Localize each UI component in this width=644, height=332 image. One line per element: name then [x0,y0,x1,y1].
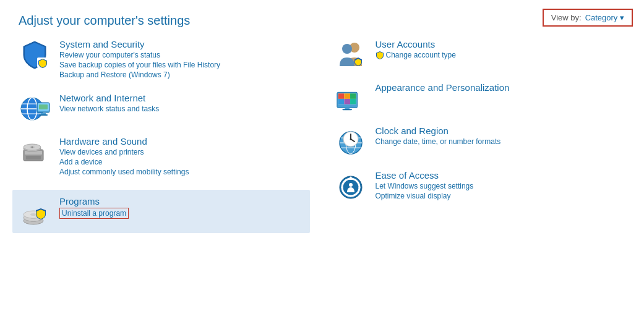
view-by-control[interactable]: View by: Category ▾ [543,9,633,27]
svg-rect-37 [342,109,351,110]
system-security-link-1[interactable]: Review your computer's status [59,51,220,59]
category-user-accounts: User Accounts Change account type [335,39,626,69]
network-text: Network and Internet View network status… [59,93,159,113]
view-by-label: View by: [551,13,582,22]
hardware-icon-area [19,136,51,167]
svg-point-25 [30,213,36,216]
svg-point-27 [342,44,352,54]
category-programs: Programs Uninstall a program [12,190,310,233]
network-icon-area [19,93,51,122]
category-system-security: System and Security Review your computer… [19,39,310,79]
svg-rect-32 [350,93,356,99]
category-hardware: Hardware and Sound View devices and prin… [19,136,310,176]
ease-text: Ease of Access Let Windows suggest setti… [376,170,474,200]
svg-rect-11 [39,104,48,109]
system-security-link-3[interactable]: Backup and Restore (Windows 7) [59,70,220,79]
view-by-dropdown[interactable]: Category ▾ [585,13,624,22]
programs-title[interactable]: Programs [59,196,129,206]
appearance-text: Appearance and Personalization [376,82,510,93]
svg-rect-15 [26,156,41,160]
svg-rect-30 [338,93,344,99]
hardware-icon [19,136,51,167]
clock-icon [335,126,366,156]
category-clock: Clock and Region Change date, time, or n… [335,126,626,156]
user-accounts-icon [335,39,367,69]
clock-text: Clock and Region Change date, time, or n… [376,126,501,146]
ease-icon [335,170,366,201]
hardware-link-2[interactable]: Add a device [59,158,189,166]
hardware-text: Hardware and Sound View devices and prin… [59,136,189,176]
system-security-title[interactable]: System and Security [59,39,220,49]
user-accounts-text: User Accounts Change account type [376,39,456,59]
network-link-1[interactable]: View network status and tasks [59,104,159,113]
hardware-title[interactable]: Hardware and Sound [59,136,189,147]
system-security-text: System and Security Review your computer… [59,39,220,79]
ease-link-2[interactable]: Optimize visual display [376,192,474,200]
system-security-icon [19,39,51,70]
programs-icon-area [19,196,51,227]
category-appearance: Appearance and Personalization [335,82,626,112]
ease-icon-area [335,170,367,201]
appearance-icon-area [335,82,367,112]
category-network: Network and Internet View network status… [19,93,310,122]
user-accounts-link-1[interactable]: Change account type [386,51,456,59]
hardware-link-1[interactable]: View devices and printers [59,148,189,156]
network-icon [19,93,51,122]
appearance-title[interactable]: Appearance and Personalization [376,82,510,93]
svg-point-47 [350,138,351,140]
ease-link-1[interactable]: Let Windows suggest settings [376,182,474,190]
right-column: User Accounts Change account type [322,39,626,233]
system-security-link-2[interactable]: Save backup copies of your files with Fi… [59,61,220,69]
programs-icon [19,196,51,227]
network-title[interactable]: Network and Internet [59,93,159,103]
hardware-link-3[interactable]: Adjust commonly used mobility settings [59,168,189,176]
svg-rect-33 [338,99,344,104]
svg-rect-9 [39,114,48,116]
programs-text: Programs Uninstall a program [59,196,129,219]
category-ease-access: Ease of Access Let Windows suggest setti… [335,170,626,201]
clock-icon-area [335,126,367,156]
appearance-icon [335,82,367,112]
user-accounts-title[interactable]: User Accounts [376,39,456,49]
ease-title[interactable]: Ease of Access [376,170,474,181]
system-security-icon-area [19,39,51,70]
svg-point-50 [349,183,353,187]
svg-rect-31 [344,93,350,99]
clock-title[interactable]: Clock and Region [376,126,501,136]
programs-link-1[interactable]: Uninstall a program [59,208,129,219]
svg-rect-34 [344,99,350,104]
clock-link-1[interactable]: Change date, time, or number formats [376,137,501,146]
user-accounts-icon-area [335,39,367,69]
svg-rect-35 [350,99,356,104]
shield-badge-icon [376,51,384,59]
left-column: System and Security Review your computer… [19,39,322,233]
svg-point-19 [32,147,33,148]
